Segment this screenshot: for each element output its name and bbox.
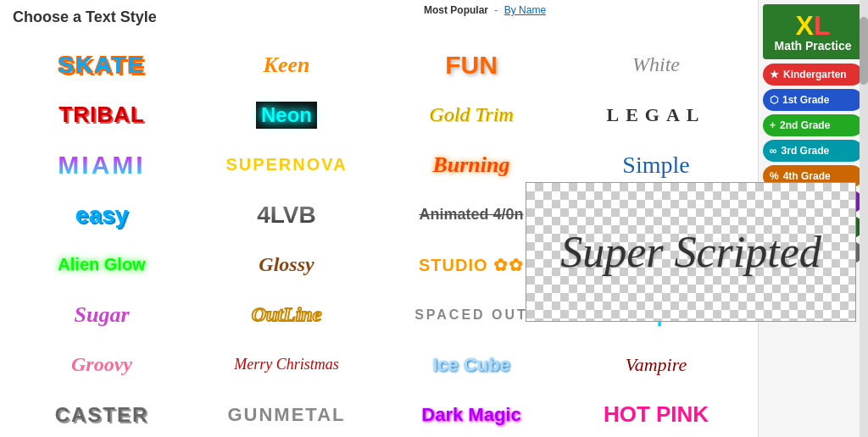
style-item-keen[interactable]: Keen bbox=[198, 41, 376, 88]
style-label-burning: Burning bbox=[432, 152, 509, 178]
grade-btn-3rd-grade[interactable]: ∞3rd Grade bbox=[763, 140, 863, 162]
style-item-skate[interactable]: SKATE bbox=[13, 41, 191, 88]
1st-grade-label: 1st Grade bbox=[782, 94, 829, 106]
style-label-animated: Animated 4/0n bbox=[419, 206, 523, 224]
3rd-grade-label: 3rd Grade bbox=[782, 145, 830, 157]
style-label-keen: Keen bbox=[264, 53, 310, 78]
style-item-glossy[interactable]: Glossy bbox=[198, 241, 376, 288]
style-label-tribal: TRIBAL bbox=[58, 102, 144, 128]
page-title: Choose a Text Style bbox=[13, 8, 157, 26]
style-item-tribal[interactable]: TRIBAL bbox=[13, 91, 191, 138]
style-label-supernova: SUPERNOVA bbox=[225, 155, 347, 174]
style-item-legal[interactable]: LEGAL bbox=[567, 91, 745, 138]
math-banner[interactable]: XL Math Practice bbox=[763, 4, 863, 59]
style-label-white: White bbox=[632, 53, 680, 76]
style-item-supernova[interactable]: SUPERNOVA bbox=[198, 141, 376, 188]
style-item-caster[interactable]: CASTER bbox=[13, 391, 191, 437]
style-item-easy[interactable]: easy bbox=[13, 191, 191, 238]
grade-btn-1st-grade[interactable]: ⬡1st Grade bbox=[763, 89, 863, 111]
style-label-fun: FUN bbox=[445, 51, 498, 80]
grade-btn-2nd-grade[interactable]: +2nd Grade bbox=[763, 114, 863, 136]
style-label-studio: STUDIO ✿✿ bbox=[419, 255, 524, 275]
3rd-grade-icon: ∞ bbox=[770, 145, 777, 157]
style-item-simple[interactable]: Simple bbox=[567, 141, 745, 188]
style-label-outline: OutLine bbox=[252, 303, 322, 326]
preview-text: Super Scripted bbox=[560, 227, 821, 277]
style-label-neon: Neon bbox=[256, 102, 317, 129]
preview-popup: Super Scripted bbox=[526, 182, 856, 322]
style-item-gold-trim[interactable]: Gold Trim bbox=[382, 91, 560, 138]
style-item-groovy[interactable]: Groovy bbox=[13, 341, 191, 388]
style-item-white[interactable]: White bbox=[567, 41, 745, 88]
style-label-legal: LEGAL bbox=[606, 104, 705, 126]
style-label-merry-christmas: Merry Christmas bbox=[234, 356, 339, 373]
grade-btn-kindergarten[interactable]: ★Kindergarten bbox=[763, 64, 863, 86]
style-label-vampire: Vampire bbox=[626, 354, 687, 376]
kindergarten-icon: ★ bbox=[770, 69, 779, 80]
style-label-easy: easy bbox=[75, 202, 128, 229]
sort-bar: Most Popular - By Name bbox=[424, 4, 546, 16]
style-item-dark-magic[interactable]: Dark Magic bbox=[382, 391, 560, 437]
scrollbar-thumb[interactable] bbox=[860, 17, 868, 85]
style-label-skate: SKATE bbox=[58, 52, 146, 79]
style-item-fun[interactable]: FUN bbox=[382, 41, 560, 88]
style-label-simple: Simple bbox=[622, 152, 689, 179]
style-item-gunmetal[interactable]: GUNMETAL bbox=[198, 391, 376, 437]
style-label-hot-pink: HOT PINK bbox=[604, 401, 709, 428]
style-item-burning[interactable]: Burning bbox=[382, 141, 560, 188]
sort-separator: - bbox=[494, 4, 498, 16]
style-item-sugar[interactable]: Sugar bbox=[13, 291, 191, 338]
1st-grade-icon: ⬡ bbox=[770, 94, 778, 106]
sort-byname[interactable]: By Name bbox=[504, 4, 546, 16]
2nd-grade-icon: + bbox=[770, 119, 776, 131]
style-label-dark-magic: Dark Magic bbox=[421, 404, 520, 426]
kindergarten-label: Kindergarten bbox=[783, 69, 847, 80]
math-banner-text: Math Practice bbox=[774, 39, 851, 53]
style-item-outline[interactable]: OutLine bbox=[198, 291, 376, 338]
style-label-alien-glow: Alien Glow bbox=[58, 255, 145, 274]
style-label-ice-cube: Ice Cube bbox=[432, 354, 510, 376]
math-banner-xl: XL bbox=[796, 12, 831, 39]
style-item-miami[interactable]: MIAMI bbox=[13, 141, 191, 188]
4th-grade-icon: % bbox=[770, 170, 779, 182]
style-item-hot-pink[interactable]: HOT PINK bbox=[567, 391, 745, 437]
style-item-alien-glow[interactable]: Alien Glow bbox=[13, 241, 191, 288]
style-label-miami: MIAMI bbox=[58, 151, 145, 180]
style-label-gold-trim: Gold Trim bbox=[429, 103, 513, 126]
scrollbar[interactable] bbox=[860, 0, 868, 437]
style-item-merry-christmas[interactable]: Merry Christmas bbox=[198, 341, 376, 388]
2nd-grade-label: 2nd Grade bbox=[780, 119, 830, 131]
style-item-neon[interactable]: Neon bbox=[198, 91, 376, 138]
style-label-sugar: Sugar bbox=[74, 302, 129, 328]
style-label-spaced-out: SPACED OUT bbox=[415, 307, 528, 323]
sort-popular[interactable]: Most Popular bbox=[424, 4, 488, 16]
style-item-4lvb[interactable]: 4LVB bbox=[198, 191, 376, 238]
style-item-vampire[interactable]: Vampire bbox=[567, 341, 745, 388]
style-label-caster: CASTER bbox=[55, 403, 149, 427]
style-label-glossy: Glossy bbox=[259, 253, 314, 276]
4th-grade-label: 4th Grade bbox=[783, 170, 831, 182]
style-label-4lvb: 4LVB bbox=[257, 202, 316, 229]
style-item-ice-cube[interactable]: Ice Cube bbox=[382, 341, 560, 388]
style-label-groovy: Groovy bbox=[71, 353, 132, 376]
style-label-gunmetal: GUNMETAL bbox=[227, 404, 345, 426]
